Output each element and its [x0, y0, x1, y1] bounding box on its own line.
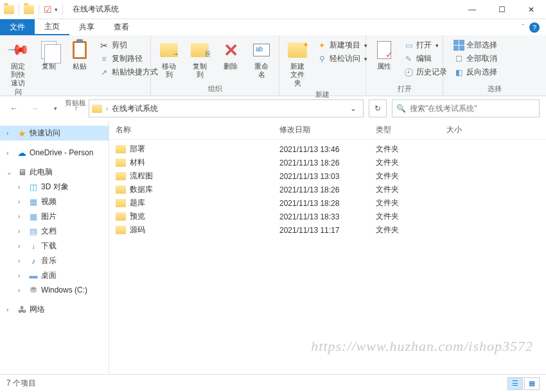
file-list: 部署2021/11/13 13:46文件夹材料2021/11/13 18:26文… — [109, 140, 546, 374]
copy-to-button[interactable]: 复制到 — [186, 38, 214, 81]
rename-button[interactable]: 重命名 — [247, 38, 276, 81]
move-icon — [160, 43, 178, 57]
cut-icon: ✂ — [99, 40, 109, 51]
back-button[interactable]: ← — [6, 101, 22, 116]
address-bar[interactable]: › 在线考试系统 ⌄ — [89, 99, 364, 117]
file-row[interactable]: 题库2021/11/13 18:28文件夹 — [109, 196, 546, 210]
file-row[interactable]: 流程图2021/11/13 13:03文件夹 — [109, 169, 546, 183]
file-row[interactable]: 材料2021/11/13 18:26文件夹 — [109, 156, 546, 169]
folder-icon — [116, 145, 126, 153]
file-name: 预览 — [130, 211, 145, 222]
select-all-button[interactable]: 全部选择 — [451, 39, 500, 51]
sidebar-item-downloads[interactable]: ›↓下载 — [0, 239, 109, 253]
star-icon: ★ — [17, 128, 27, 139]
disk-icon: ⛃ — [28, 285, 39, 295]
copy-icon — [41, 41, 57, 59]
sidebar-item-c-drive[interactable]: ›⛃Windows (C:) — [0, 283, 109, 297]
sidebar-item-music[interactable]: ›♪音乐 — [0, 253, 109, 268]
address-dropdown[interactable]: ⌄ — [346, 104, 360, 113]
group-label: 选择 — [443, 84, 546, 96]
sidebar-item-quick-access[interactable]: ›★快速访问 — [0, 126, 109, 141]
select-all-icon — [454, 40, 464, 51]
move-to-button[interactable]: 移动到 — [155, 38, 183, 81]
sidebar-item-desktop[interactable]: ›▬桌面 — [0, 268, 109, 283]
navigation-pane: ›★快速访问 ›☁OneDrive - Person ⌄🖥此电脑 ›◫3D 对象… — [0, 121, 109, 374]
col-size[interactable]: 大小 — [446, 124, 546, 135]
file-type: 文件夹 — [376, 144, 446, 155]
file-name: 数据库 — [130, 184, 153, 195]
paste-button[interactable]: 粘贴 — [66, 38, 94, 72]
file-row[interactable]: 数据库2021/11/13 18:26文件夹 — [109, 183, 546, 196]
col-date[interactable]: 修改日期 — [279, 124, 376, 135]
refresh-button[interactable]: ↻ — [369, 99, 387, 117]
delete-icon: ✕ — [224, 40, 238, 61]
search-box[interactable]: 🔍 — [392, 99, 540, 117]
maximize-button[interactable]: ☐ — [487, 0, 516, 19]
file-row[interactable]: 部署2021/11/13 13:46文件夹 — [109, 142, 546, 156]
folder-icon — [116, 172, 126, 180]
tab-view[interactable]: 查看 — [104, 19, 139, 35]
large-icons-view-button[interactable]: ▦ — [524, 377, 540, 390]
copy-button[interactable]: 复制 — [35, 38, 63, 72]
col-type[interactable]: 类型 — [376, 124, 446, 135]
search-input[interactable] — [410, 104, 535, 113]
sidebar-item-pictures[interactable]: ›▦图片 — [0, 209, 109, 224]
rename-icon — [253, 44, 270, 56]
tab-file[interactable]: 文件 — [0, 19, 35, 35]
music-icon: ♪ — [28, 256, 39, 266]
group-label: 打开 — [366, 84, 443, 96]
column-headers[interactable]: 名称 修改日期 类型 大小 — [109, 121, 546, 140]
file-date: 2021/11/13 11:17 — [279, 226, 376, 235]
folder-icon — [116, 212, 126, 221]
shortcut-icon: ↗ — [99, 67, 109, 78]
up-button[interactable]: ↑ — [68, 101, 84, 116]
file-type: 文件夹 — [376, 184, 446, 195]
file-name: 部署 — [130, 144, 145, 155]
invert-selection-button[interactable]: ◧反向选择 — [451, 66, 500, 78]
easy-access-button[interactable]: ⚲轻松访问▾ — [314, 53, 370, 65]
sidebar-item-this-pc[interactable]: ⌄🖥此电脑 — [0, 165, 109, 180]
invert-icon: ◧ — [454, 67, 464, 78]
sidebar-item-documents[interactable]: ›▤文档 — [0, 224, 109, 239]
sidebar-item-videos[interactable]: ›▦视频 — [0, 194, 109, 209]
sidebar-item-onedrive[interactable]: ›☁OneDrive - Person — [0, 146, 109, 160]
file-row[interactable]: 预览2021/11/13 18:33文件夹 — [109, 210, 546, 223]
sidebar-item-3d-objects[interactable]: ›◫3D 对象 — [0, 180, 109, 194]
file-row[interactable]: 源码2021/11/13 11:17文件夹 — [109, 223, 546, 237]
cloud-icon: ☁ — [17, 148, 27, 158]
delete-button[interactable]: ✕删除 — [216, 38, 245, 72]
paste-icon — [73, 41, 87, 59]
qat-dropdown[interactable]: ▾ — [55, 6, 58, 13]
minimize-button[interactable]: — — [457, 0, 487, 19]
breadcrumb[interactable]: 在线考试系统 — [112, 103, 158, 114]
select-none-button[interactable]: ☐全部取消 — [451, 53, 500, 65]
open-button[interactable]: ▭打开▾ — [401, 39, 450, 51]
tab-share[interactable]: 共享 — [69, 19, 104, 35]
properties-button[interactable]: 属性 — [370, 38, 398, 72]
folder-icon — [116, 226, 126, 234]
edit-button[interactable]: ✎编辑 — [401, 53, 450, 65]
tab-home[interactable]: 主页 — [35, 19, 69, 35]
col-name[interactable]: 名称 — [116, 124, 279, 135]
select-none-icon: ☐ — [454, 54, 464, 64]
properties-icon — [377, 41, 391, 59]
forward-button[interactable]: → — [27, 101, 42, 116]
recent-dropdown[interactable]: ▾ — [48, 101, 63, 116]
new-item-button[interactable]: ✦新建项目▾ — [314, 39, 370, 51]
pin-to-quick-access-button[interactable]: 📌 固定到快 速访问 — [4, 38, 32, 98]
status-item-count: 7 个项目 — [6, 378, 36, 389]
file-type: 文件夹 — [376, 211, 446, 222]
help-icon[interactable]: ? — [529, 22, 540, 33]
file-date: 2021/11/13 18:28 — [279, 199, 376, 208]
folder-icon — [4, 5, 14, 14]
sidebar-item-network[interactable]: ›🖧网络 — [0, 302, 109, 317]
new-folder-icon — [288, 42, 307, 58]
file-name: 题库 — [130, 198, 145, 209]
history-button[interactable]: 🕘历史记录 — [401, 66, 450, 78]
new-folder-button[interactable]: 新建 文件夹 — [283, 38, 312, 90]
details-view-button[interactable]: ☰ — [507, 377, 523, 390]
window-title: 在线考试系统 — [73, 4, 119, 15]
close-button[interactable]: ✕ — [516, 0, 546, 19]
ribbon-collapse[interactable]: ˇ — [522, 24, 524, 31]
file-date: 2021/11/13 18:33 — [279, 212, 376, 221]
